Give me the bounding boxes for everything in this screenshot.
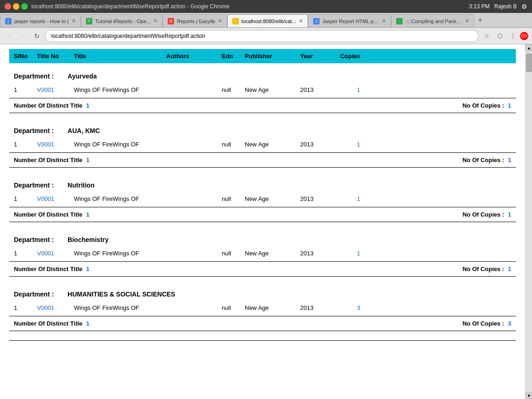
row-titleno: V0001: [37, 304, 74, 311]
url-input[interactable]: [45, 30, 478, 42]
summary-distinct-label: Number Of Distinct Title: [14, 211, 83, 218]
reload-button[interactable]: ↻: [31, 30, 42, 42]
dept-name-biochemistry: Biochemistry: [67, 236, 109, 243]
dept-label-aua-kmc: Department : AUA, KMC: [9, 122, 516, 138]
dept-label-biochemistry: Department : Biochemistry: [9, 231, 516, 247]
row-sino: 1: [14, 250, 37, 257]
row-publisher: New Age: [245, 86, 300, 93]
address-bar: ← → ↻ ☆ ⬡ ⋮ On: [0, 28, 532, 44]
dept-prefix-aua-kmc: Department :: [14, 127, 54, 134]
summary-copies-label: No Of Copies :: [462, 157, 504, 163]
summary-copies-value: 1: [508, 266, 511, 272]
extension-icon[interactable]: ⬡: [494, 30, 505, 42]
maximize-window-button[interactable]: [21, 3, 28, 10]
row-titleno: V0001: [37, 86, 74, 93]
tab-favicon-3: R: [168, 18, 174, 24]
tab-close-6[interactable]: ✕: [465, 18, 469, 24]
scroll-down-button[interactable]: ▼: [526, 392, 532, 399]
row-year: 2013: [300, 250, 332, 257]
row-publisher: New Age: [245, 250, 300, 257]
dept-label-ayurveda: Department : Ayurveda: [9, 68, 516, 84]
row-titleno: V0001: [37, 250, 74, 257]
back-button[interactable]: ←: [4, 30, 15, 42]
extension-badge: On: [520, 32, 528, 40]
tab-jasper-html-pre[interactable]: J Jasper Report HTML pre... ✕: [308, 14, 391, 27]
row-sino: 1: [14, 195, 37, 202]
dept-prefix-nutrition: Department :: [14, 181, 54, 189]
tab-jasper-reports[interactable]: j jasper reports - How to ( ✕: [0, 14, 81, 27]
row-edn: null: [222, 86, 245, 93]
summary-distinct-value: 1: [86, 211, 90, 218]
chrome-settings-icon[interactable]: ⋮: [507, 30, 518, 42]
dept-prefix-ayurveda: Department :: [14, 73, 54, 80]
row-copies: 3: [332, 304, 360, 311]
row-title: Wings OF FireWings OF: [74, 86, 166, 93]
tab-close-4[interactable]: ✕: [299, 18, 303, 24]
summary-copies-value: 1: [508, 157, 511, 163]
minimize-window-button[interactable]: [13, 3, 19, 10]
summary-copies-label: No Of Copies :: [462, 211, 504, 218]
summary-row-ayurveda: Number Of Distinct Title 1 No Of Copies …: [9, 98, 516, 113]
dept-prefix-biochemistry: Department :: [14, 236, 54, 243]
summary-distinct-label: Number Of Distinct Title: [14, 157, 83, 163]
user-name: Rajesh B: [494, 3, 517, 10]
summary-row-aua-kmc: Number Of Distinct Title 1 No Of Copies …: [9, 152, 516, 168]
dept-section-humanities: Department : HUMANITIES & SOCIAL SCIENCE…: [9, 286, 516, 331]
close-window-button[interactable]: [5, 3, 11, 10]
row-publisher: New Age: [245, 195, 300, 202]
summary-distinct-value: 1: [86, 102, 90, 109]
window-controls: [5, 3, 28, 10]
tab-favicon-4: l: [232, 18, 239, 24]
table-row: 1 V0001 Wings OF FireWings OF null New A…: [9, 302, 516, 314]
tab-compiling-packaging[interactable]: : ::::Compiling and Packag... ✕: [391, 14, 474, 27]
page-wrapper[interactable]: SINo Title No Title Authors Edn Publishe…: [0, 44, 525, 399]
tab-label-1: jasper reports - How to (: [14, 18, 69, 24]
window-title: localhost:8080/elib/catalogue/department…: [31, 3, 230, 10]
summary-row-nutrition: Number Of Distinct Title 1 No Of Copies …: [9, 207, 516, 222]
summary-distinct-value: 1: [86, 320, 90, 327]
dept-name-nutrition: Nutrition: [67, 181, 94, 189]
tab-label-4: localhost:8080/elib/cat...: [242, 18, 296, 24]
summary-copies-value: 3: [508, 320, 511, 327]
tab-close-3[interactable]: ✕: [218, 18, 222, 24]
row-copies: 1: [332, 141, 360, 148]
row-year: 2013: [300, 141, 332, 148]
tab-localhost-active[interactable]: l localhost:8080/elib/cat... ✕: [227, 14, 308, 27]
scroll-thumb[interactable]: [526, 54, 532, 72]
dept-section-ayurveda: Department : Ayurveda 1 V0001 Wings OF F…: [9, 68, 516, 113]
tab-close-1[interactable]: ✕: [72, 18, 76, 24]
tab-label-2: Tutorial iReports - Ope...: [95, 18, 151, 24]
dept-label-humanities: Department : HUMANITIES & SOCIAL SCIENCE…: [9, 286, 516, 302]
row-title: Wings OF FireWings OF: [74, 195, 166, 202]
dept-name-ayurveda: Ayurveda: [67, 73, 97, 80]
row-copies: 1: [332, 195, 360, 202]
row-edn: null: [222, 250, 245, 257]
forward-button[interactable]: →: [18, 30, 29, 42]
row-sino: 1: [14, 304, 37, 311]
new-tab-button[interactable]: +: [474, 16, 486, 24]
tab-reports-easylib[interactable]: R Reports | Easylib ✕: [163, 14, 227, 27]
header-authors: Authors: [166, 53, 222, 60]
table-row: 1 V0001 Wings OF FireWings OF null New A…: [9, 84, 516, 96]
tab-close-5[interactable]: ✕: [382, 18, 386, 24]
bookmark-star-icon[interactable]: ☆: [481, 30, 492, 42]
summary-copies-value: 1: [508, 102, 511, 109]
tab-tutorial-ireports[interactable]: T Tutorial iReports - Ope... ✕: [81, 14, 163, 27]
title-bar: localhost:8080/elib/catalogue/department…: [0, 0, 532, 13]
tab-close-2[interactable]: ✕: [153, 18, 157, 24]
row-copies: 1: [332, 86, 360, 93]
header-year: Year: [300, 53, 332, 60]
row-title: Wings OF FireWings OF: [74, 141, 166, 148]
settings-icon[interactable]: ⚙: [521, 3, 527, 10]
summary-row-humanities: Number Of Distinct Title 1 No Of Copies …: [9, 316, 516, 331]
table-row: 1 V0001 Wings OF FireWings OF null New A…: [9, 247, 516, 260]
tab-favicon-1: j: [5, 18, 12, 24]
summary-distinct-label: Number Of Distinct Title: [14, 266, 83, 272]
scrollbar[interactable]: ▲ ▼: [525, 44, 532, 399]
dept-name-humanities: HUMANITIES & SOCIAL SCIENCES: [67, 290, 175, 298]
summary-copies-value: 1: [508, 211, 511, 218]
report-header: SINo Title No Title Authors Edn Publishe…: [9, 49, 516, 63]
header-titleno: Title No: [37, 53, 74, 60]
tab-favicon-6: :: [396, 18, 403, 24]
scroll-up-button[interactable]: ▲: [526, 44, 532, 51]
